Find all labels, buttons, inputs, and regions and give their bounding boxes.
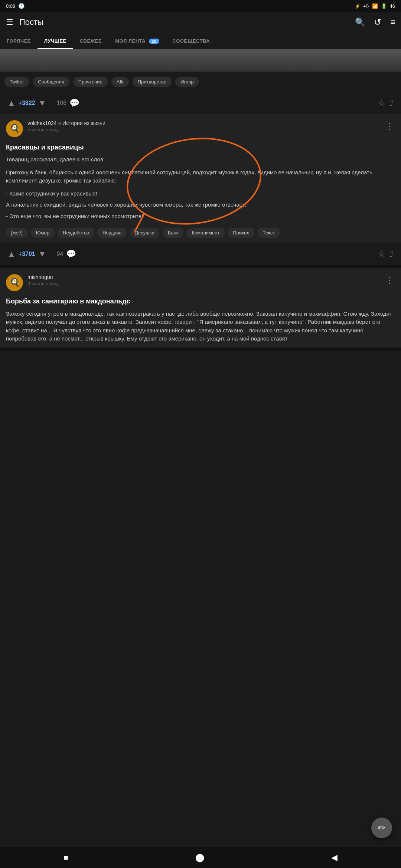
share-icon[interactable]: ⤴ <box>390 99 394 108</box>
tab-feed[interactable]: МОЯ ЛЕНТА 29 <box>108 33 166 49</box>
author-line-3: mishnogun <box>27 274 379 280</box>
status-time: 0:08 <box>6 3 15 9</box>
avatar-3: 🍳 <box>6 274 23 291</box>
post-body-dialogue2: А начальник с ехидцей, видать человек с … <box>6 201 395 209</box>
comment-icon-2[interactable]: 💬 <box>66 249 76 259</box>
tag-humor[interactable]: Юмор <box>31 228 55 238</box>
tabs-bar: ГОРЯЧЕЕ ЛУЧШЕЕ СВЕЖЕЕ МОЯ ЛЕНТА 29 СООБЩ… <box>0 33 401 49</box>
post-title-3: Борьба за санитарию в макдональдс <box>0 291 401 309</box>
battery-level: 46 <box>390 3 395 9</box>
tag-text[interactable]: Текст <box>258 228 280 238</box>
tag-afk[interactable]: Afk <box>111 77 129 87</box>
tag-fun[interactable]: Прикол <box>228 228 254 238</box>
favorite-icon[interactable]: ☆ <box>378 98 385 108</box>
post-header-3: 🍳 mishnogun 9 часов назад ⋮ <box>0 268 401 291</box>
favorite-icon-2[interactable]: ☆ <box>378 249 385 259</box>
post-body-dialogue1: - Какие сотрудники у вас красивые! <box>6 190 395 198</box>
upvote-button[interactable]: ▲ <box>7 98 16 108</box>
post-title: Красавцы и красавицы <box>0 137 401 155</box>
community-name[interactable]: Истории из жизни <box>62 120 105 126</box>
tab-communities[interactable]: СООБЩЕСТВА <box>166 33 217 49</box>
author-line: volchek1024 в Истории из жизни <box>27 120 379 126</box>
post-body-dialogue3: - Это еще что, вы не сотрудники ночных п… <box>6 212 395 221</box>
avatar: 🍳 <box>6 120 23 137</box>
refresh-button[interactable]: ↺ <box>374 17 381 27</box>
post-body-paragraph: Прихожу в банк, общаюсь с одной оооочень… <box>6 168 395 185</box>
tag-awkward[interactable]: Неудобство <box>58 228 94 238</box>
tag-mine[interactable]: [моё] <box>6 228 28 238</box>
bluetooth-icon: ⚡ <box>355 3 361 9</box>
author-name-3[interactable]: mishnogun <box>27 274 53 280</box>
post-body-text: Товарищ рассказал, далее с его слов: <box>6 155 395 164</box>
vote-section: ▲ +3822 ▼ <box>7 98 46 108</box>
comment-count: 106 <box>57 100 67 106</box>
first-post-tags: Twitter Сообщения Прочтение Afk Притворс… <box>0 72 401 92</box>
post-meta-3: mishnogun 9 часов назад <box>27 274 379 286</box>
upvote-button-2[interactable]: ▲ <box>7 249 16 259</box>
tab-hot[interactable]: ГОРЯЧЕЕ <box>0 33 38 49</box>
network-icon: 4G <box>363 4 369 8</box>
comment-count-2: 94 <box>57 251 63 257</box>
first-post-actions: ▲ +3822 ▼ 106 💬 ☆ ⤴ <box>0 92 401 114</box>
author-name[interactable]: volchek1024 <box>27 120 57 126</box>
tag-pretense[interactable]: Притворство <box>133 77 172 87</box>
menu-button[interactable]: ☰ <box>6 17 13 27</box>
second-post-card: 🍳 volchek1024 в Истории из жизни 5 часов… <box>0 114 401 268</box>
tag-compliment[interactable]: Комплимент <box>186 228 225 238</box>
feed-badge: 29 <box>149 39 159 44</box>
page-title: Посты <box>19 17 349 27</box>
hero-image-partial <box>0 49 401 72</box>
tag-fail[interactable]: Неудача <box>97 228 127 238</box>
comment-section-2: 94 💬 <box>57 249 76 259</box>
post-time-3: 9 часов назад <box>27 281 379 286</box>
third-post-card: 🍳 mishnogun 9 часов назад ⋮ Борьба за са… <box>0 268 401 350</box>
post-meta: volchek1024 в Истории из жизни 5 часов н… <box>27 120 379 132</box>
vote-count: +3822 <box>19 100 35 106</box>
battery-icon: 🔋 <box>381 3 387 9</box>
more-options-button-3[interactable]: ⋮ <box>384 274 395 287</box>
tab-best[interactable]: ЛУЧШЕЕ <box>38 33 73 49</box>
more-options-button[interactable]: ⋮ <box>384 120 395 133</box>
signal-icon: 📶 <box>372 3 378 9</box>
post-body-3: Захожу сегодня утром в макдональдс, так … <box>0 310 401 348</box>
post-body-text-3: Захожу сегодня утром в макдональдс, так … <box>6 310 392 342</box>
tab-fresh[interactable]: СВЕЖЕЕ <box>73 33 109 49</box>
community-prefix: в <box>58 120 61 126</box>
second-post-actions: ▲ +3701 ▼ 94 💬 ☆ ⤴ <box>0 243 401 265</box>
tag-twitter[interactable]: Twitter <box>4 77 29 87</box>
downvote-button-2[interactable]: ▼ <box>38 249 46 259</box>
status-bar: 0:08 🕐 ⚡ 4G 📶 🔋 46 <box>0 0 401 12</box>
status-right: ⚡ 4G 📶 🔋 46 <box>355 3 395 9</box>
post-header: 🍳 volchek1024 в Истории из жизни 5 часов… <box>0 114 401 137</box>
post-tags: [моё] Юмор Неудобство Неудача Девушки Ба… <box>0 225 401 243</box>
vote-section-2: ▲ +3701 ▼ <box>7 249 46 259</box>
vote-count-2: +3701 <box>19 251 35 257</box>
post-time: 5 часов назад <box>27 127 379 132</box>
tag-reading[interactable]: Прочтение <box>73 77 108 87</box>
search-button[interactable]: 🔍 <box>355 17 365 27</box>
app-bar-actions: 🔍 ↺ ≡ <box>355 17 395 27</box>
share-icon-2[interactable]: ⤴ <box>390 250 394 259</box>
app-bar: ☰ Посты 🔍 ↺ ≡ <box>0 12 401 33</box>
status-left: 0:08 🕐 <box>6 3 25 9</box>
comment-icon[interactable]: 💬 <box>69 98 79 108</box>
post-body: Товарищ рассказал, далее с его слов: При… <box>0 155 401 225</box>
tag-bank[interactable]: Банк <box>163 228 184 238</box>
filter-button[interactable]: ≡ <box>390 17 395 27</box>
tag-girls[interactable]: Девушки <box>130 228 160 238</box>
tag-ignore[interactable]: Игнор <box>175 77 199 87</box>
tag-messages[interactable]: Сообщения <box>33 77 69 87</box>
status-alarm-icon: 🕐 <box>18 3 25 9</box>
comment-section: 106 💬 <box>57 98 80 108</box>
downvote-button[interactable]: ▼ <box>38 98 46 108</box>
